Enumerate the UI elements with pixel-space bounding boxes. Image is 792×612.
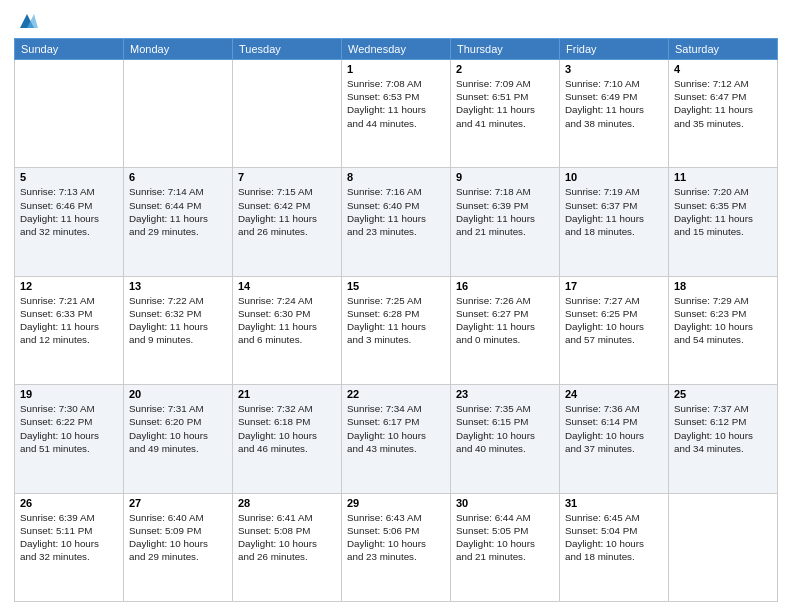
calendar-cell bbox=[669, 493, 778, 601]
day-info: Sunrise: 7:37 AM Sunset: 6:12 PM Dayligh… bbox=[674, 402, 772, 455]
logo bbox=[14, 10, 38, 30]
day-number: 4 bbox=[674, 63, 772, 75]
calendar-cell: 12Sunrise: 7:21 AM Sunset: 6:33 PM Dayli… bbox=[15, 276, 124, 384]
calendar-cell: 6Sunrise: 7:14 AM Sunset: 6:44 PM Daylig… bbox=[124, 168, 233, 276]
calendar-table: SundayMondayTuesdayWednesdayThursdayFrid… bbox=[14, 38, 778, 602]
day-info: Sunrise: 7:09 AM Sunset: 6:51 PM Dayligh… bbox=[456, 77, 554, 130]
day-info: Sunrise: 7:24 AM Sunset: 6:30 PM Dayligh… bbox=[238, 294, 336, 347]
weekday-header-thursday: Thursday bbox=[451, 39, 560, 60]
day-info: Sunrise: 7:26 AM Sunset: 6:27 PM Dayligh… bbox=[456, 294, 554, 347]
day-number: 13 bbox=[129, 280, 227, 292]
calendar-cell: 27Sunrise: 6:40 AM Sunset: 5:09 PM Dayli… bbox=[124, 493, 233, 601]
day-number: 18 bbox=[674, 280, 772, 292]
day-number: 25 bbox=[674, 388, 772, 400]
calendar-week-row: 26Sunrise: 6:39 AM Sunset: 5:11 PM Dayli… bbox=[15, 493, 778, 601]
day-info: Sunrise: 7:08 AM Sunset: 6:53 PM Dayligh… bbox=[347, 77, 445, 130]
calendar-cell: 24Sunrise: 7:36 AM Sunset: 6:14 PM Dayli… bbox=[560, 385, 669, 493]
calendar-cell: 28Sunrise: 6:41 AM Sunset: 5:08 PM Dayli… bbox=[233, 493, 342, 601]
calendar-cell: 31Sunrise: 6:45 AM Sunset: 5:04 PM Dayli… bbox=[560, 493, 669, 601]
day-number: 21 bbox=[238, 388, 336, 400]
calendar-cell bbox=[233, 60, 342, 168]
day-number: 16 bbox=[456, 280, 554, 292]
calendar-cell: 5Sunrise: 7:13 AM Sunset: 6:46 PM Daylig… bbox=[15, 168, 124, 276]
weekday-header-row: SundayMondayTuesdayWednesdayThursdayFrid… bbox=[15, 39, 778, 60]
day-info: Sunrise: 7:32 AM Sunset: 6:18 PM Dayligh… bbox=[238, 402, 336, 455]
weekday-header-sunday: Sunday bbox=[15, 39, 124, 60]
calendar-cell: 23Sunrise: 7:35 AM Sunset: 6:15 PM Dayli… bbox=[451, 385, 560, 493]
day-number: 9 bbox=[456, 171, 554, 183]
day-number: 26 bbox=[20, 497, 118, 509]
day-info: Sunrise: 6:40 AM Sunset: 5:09 PM Dayligh… bbox=[129, 511, 227, 564]
day-info: Sunrise: 6:45 AM Sunset: 5:04 PM Dayligh… bbox=[565, 511, 663, 564]
calendar-week-row: 19Sunrise: 7:30 AM Sunset: 6:22 PM Dayli… bbox=[15, 385, 778, 493]
calendar-cell: 8Sunrise: 7:16 AM Sunset: 6:40 PM Daylig… bbox=[342, 168, 451, 276]
day-number: 20 bbox=[129, 388, 227, 400]
day-number: 8 bbox=[347, 171, 445, 183]
day-number: 2 bbox=[456, 63, 554, 75]
logo-icon bbox=[16, 10, 38, 32]
calendar-cell: 16Sunrise: 7:26 AM Sunset: 6:27 PM Dayli… bbox=[451, 276, 560, 384]
day-info: Sunrise: 7:10 AM Sunset: 6:49 PM Dayligh… bbox=[565, 77, 663, 130]
weekday-header-tuesday: Tuesday bbox=[233, 39, 342, 60]
calendar-cell: 30Sunrise: 6:44 AM Sunset: 5:05 PM Dayli… bbox=[451, 493, 560, 601]
calendar-week-row: 12Sunrise: 7:21 AM Sunset: 6:33 PM Dayli… bbox=[15, 276, 778, 384]
day-info: Sunrise: 7:27 AM Sunset: 6:25 PM Dayligh… bbox=[565, 294, 663, 347]
day-number: 15 bbox=[347, 280, 445, 292]
day-number: 24 bbox=[565, 388, 663, 400]
day-number: 3 bbox=[565, 63, 663, 75]
day-info: Sunrise: 6:39 AM Sunset: 5:11 PM Dayligh… bbox=[20, 511, 118, 564]
day-info: Sunrise: 6:44 AM Sunset: 5:05 PM Dayligh… bbox=[456, 511, 554, 564]
weekday-header-monday: Monday bbox=[124, 39, 233, 60]
calendar-cell: 2Sunrise: 7:09 AM Sunset: 6:51 PM Daylig… bbox=[451, 60, 560, 168]
day-info: Sunrise: 7:22 AM Sunset: 6:32 PM Dayligh… bbox=[129, 294, 227, 347]
calendar-cell: 11Sunrise: 7:20 AM Sunset: 6:35 PM Dayli… bbox=[669, 168, 778, 276]
day-info: Sunrise: 6:41 AM Sunset: 5:08 PM Dayligh… bbox=[238, 511, 336, 564]
day-number: 12 bbox=[20, 280, 118, 292]
day-number: 11 bbox=[674, 171, 772, 183]
calendar-cell: 22Sunrise: 7:34 AM Sunset: 6:17 PM Dayli… bbox=[342, 385, 451, 493]
calendar-cell: 20Sunrise: 7:31 AM Sunset: 6:20 PM Dayli… bbox=[124, 385, 233, 493]
header bbox=[14, 10, 778, 30]
day-info: Sunrise: 7:13 AM Sunset: 6:46 PM Dayligh… bbox=[20, 185, 118, 238]
page: SundayMondayTuesdayWednesdayThursdayFrid… bbox=[0, 0, 792, 612]
day-info: Sunrise: 7:34 AM Sunset: 6:17 PM Dayligh… bbox=[347, 402, 445, 455]
weekday-header-wednesday: Wednesday bbox=[342, 39, 451, 60]
weekday-header-friday: Friday bbox=[560, 39, 669, 60]
calendar-cell: 3Sunrise: 7:10 AM Sunset: 6:49 PM Daylig… bbox=[560, 60, 669, 168]
day-info: Sunrise: 7:18 AM Sunset: 6:39 PM Dayligh… bbox=[456, 185, 554, 238]
calendar-cell: 25Sunrise: 7:37 AM Sunset: 6:12 PM Dayli… bbox=[669, 385, 778, 493]
calendar-cell: 9Sunrise: 7:18 AM Sunset: 6:39 PM Daylig… bbox=[451, 168, 560, 276]
day-number: 28 bbox=[238, 497, 336, 509]
calendar-cell: 13Sunrise: 7:22 AM Sunset: 6:32 PM Dayli… bbox=[124, 276, 233, 384]
weekday-header-saturday: Saturday bbox=[669, 39, 778, 60]
day-info: Sunrise: 7:30 AM Sunset: 6:22 PM Dayligh… bbox=[20, 402, 118, 455]
day-number: 27 bbox=[129, 497, 227, 509]
day-info: Sunrise: 7:31 AM Sunset: 6:20 PM Dayligh… bbox=[129, 402, 227, 455]
calendar-cell: 7Sunrise: 7:15 AM Sunset: 6:42 PM Daylig… bbox=[233, 168, 342, 276]
calendar-cell: 21Sunrise: 7:32 AM Sunset: 6:18 PM Dayli… bbox=[233, 385, 342, 493]
day-info: Sunrise: 7:35 AM Sunset: 6:15 PM Dayligh… bbox=[456, 402, 554, 455]
day-info: Sunrise: 7:16 AM Sunset: 6:40 PM Dayligh… bbox=[347, 185, 445, 238]
day-number: 17 bbox=[565, 280, 663, 292]
day-info: Sunrise: 7:36 AM Sunset: 6:14 PM Dayligh… bbox=[565, 402, 663, 455]
calendar-cell: 15Sunrise: 7:25 AM Sunset: 6:28 PM Dayli… bbox=[342, 276, 451, 384]
day-info: Sunrise: 7:21 AM Sunset: 6:33 PM Dayligh… bbox=[20, 294, 118, 347]
calendar-cell: 17Sunrise: 7:27 AM Sunset: 6:25 PM Dayli… bbox=[560, 276, 669, 384]
day-info: Sunrise: 7:25 AM Sunset: 6:28 PM Dayligh… bbox=[347, 294, 445, 347]
calendar-cell: 1Sunrise: 7:08 AM Sunset: 6:53 PM Daylig… bbox=[342, 60, 451, 168]
day-number: 5 bbox=[20, 171, 118, 183]
day-info: Sunrise: 7:20 AM Sunset: 6:35 PM Dayligh… bbox=[674, 185, 772, 238]
day-number: 14 bbox=[238, 280, 336, 292]
day-info: Sunrise: 6:43 AM Sunset: 5:06 PM Dayligh… bbox=[347, 511, 445, 564]
day-info: Sunrise: 7:14 AM Sunset: 6:44 PM Dayligh… bbox=[129, 185, 227, 238]
calendar-cell: 4Sunrise: 7:12 AM Sunset: 6:47 PM Daylig… bbox=[669, 60, 778, 168]
day-number: 7 bbox=[238, 171, 336, 183]
day-number: 1 bbox=[347, 63, 445, 75]
day-number: 19 bbox=[20, 388, 118, 400]
day-number: 22 bbox=[347, 388, 445, 400]
calendar-cell: 10Sunrise: 7:19 AM Sunset: 6:37 PM Dayli… bbox=[560, 168, 669, 276]
calendar-cell: 14Sunrise: 7:24 AM Sunset: 6:30 PM Dayli… bbox=[233, 276, 342, 384]
calendar-week-row: 1Sunrise: 7:08 AM Sunset: 6:53 PM Daylig… bbox=[15, 60, 778, 168]
day-info: Sunrise: 7:19 AM Sunset: 6:37 PM Dayligh… bbox=[565, 185, 663, 238]
day-number: 30 bbox=[456, 497, 554, 509]
